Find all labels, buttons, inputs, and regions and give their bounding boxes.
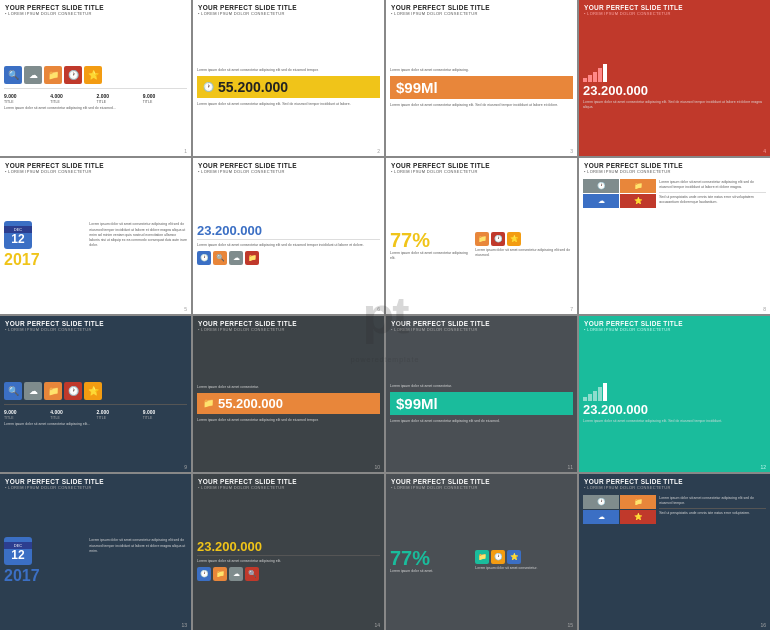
slide-15-left: 77% Lorem ipsum dolor sit amet. bbox=[390, 548, 472, 574]
slide-1-header: YOUR PERFECT SLIDE TITLE • LOREM IPSUM D… bbox=[0, 0, 191, 19]
dc1: 9.000TITLE bbox=[4, 93, 48, 105]
slide-7-text-right: Lorem ipsum dolor sit amet consectetur a… bbox=[475, 248, 573, 259]
slide-13-left: DEC 12 2017 bbox=[4, 537, 86, 585]
icon-folder: 📁 bbox=[44, 66, 62, 84]
slide-11-bar: $99Ml bbox=[390, 392, 573, 415]
tile16-3: ☁ bbox=[583, 510, 619, 524]
slide-6-text: Lorem ipsum dolor sit amet consectetur a… bbox=[197, 243, 380, 248]
slide-6-content: 23.200.000 Lorem ipsum dolor sit amet co… bbox=[193, 177, 384, 314]
slide-5-right: Lorem ipsum dolor sit amet consectetur a… bbox=[89, 221, 187, 269]
slide-5-cal: DEC 12 bbox=[4, 221, 32, 249]
icon-star: ⭐ bbox=[84, 66, 102, 84]
slide-10-text-bot: Lorem ipsum dolor sit amet consectetur a… bbox=[197, 418, 380, 423]
slide-2-bar: 🕐 55.200.000 bbox=[197, 76, 380, 98]
slide-8: YOUR PERFECT SLIDE TITLE • LOREM IPSUM D… bbox=[579, 158, 770, 314]
slide-14-header: YOUR PERFECT SLIDE TITLE • LOREM IPSUM D… bbox=[193, 474, 384, 493]
slide-1-icon-row: 🔍 ☁ 📁 🕐 ⭐ bbox=[4, 66, 187, 84]
icon9-5: ⭐ bbox=[84, 382, 102, 400]
slide-16-sub: • LOREM IPSUM DOLOR CONSECTETUR bbox=[584, 486, 765, 490]
slide-3-content: Lorem ipsum dolor sit amet consectetur a… bbox=[386, 19, 577, 156]
slide-8-text2: Sed ut perspiciatis unde omnis iste natu… bbox=[659, 195, 766, 206]
slide-14-text: Lorem ipsum dolor sit amet consectetur a… bbox=[197, 559, 380, 564]
slide-11-text-top: Lorem ipsum dolor sit amet consectetur. bbox=[390, 384, 573, 389]
icon15-2: 🕐 bbox=[491, 550, 505, 564]
slide-8-text-area: Lorem ipsum dolor sit amet consectetur a… bbox=[659, 179, 766, 312]
slide-11-text-bot: Lorem ipsum dolor sit amet consectetur a… bbox=[390, 419, 573, 424]
slide-4-chart bbox=[583, 64, 766, 82]
slide-16-title: YOUR PERFECT SLIDE TITLE bbox=[584, 478, 765, 485]
icon6-2: 🔍 bbox=[213, 251, 227, 265]
slide-1-content: 🔍 ☁ 📁 🕐 ⭐ 9.000TITLE 4.000TITLE 2.000TIT… bbox=[0, 19, 191, 156]
slide-7-right: 📁 🕐 ⭐ Lorem ipsum dolor sit amet consect… bbox=[475, 230, 573, 262]
slide-15-sub: • LOREM IPSUM DOLOR CONSECTETUR bbox=[391, 486, 572, 490]
slide-2-text-top: Lorem ipsum dolor sit amet consectetur a… bbox=[197, 68, 380, 73]
slide-5: YOUR PERFECT SLIDE TITLE • LOREM IPSUM D… bbox=[0, 158, 191, 314]
slide-5-header: YOUR PERFECT SLIDE TITLE • LOREM IPSUM D… bbox=[0, 158, 191, 177]
slide-12-content: 23.200.000 Lorem ipsum dolor sit amet co… bbox=[579, 335, 770, 472]
sep8 bbox=[659, 192, 766, 193]
icon9-3: 📁 bbox=[44, 382, 62, 400]
slide-8-title: YOUR PERFECT SLIDE TITLE bbox=[584, 162, 765, 169]
slide-14-icons: 🕐 📁 ☁ 🔍 bbox=[197, 567, 380, 581]
slide-16: YOUR PERFECT SLIDE TITLE • LOREM IPSUM D… bbox=[579, 474, 770, 630]
dc9-3: 2.000TITLE bbox=[97, 409, 141, 421]
slide-10-sub: • LOREM IPSUM DOLOR CONSECTETUR bbox=[198, 328, 379, 332]
slide-3-sub: • LOREM IPSUM DOLOR CONSECTETUR bbox=[391, 12, 572, 16]
icon14-3: ☁ bbox=[229, 567, 243, 581]
slide-4-sub: • LOREM IPSUM DOLOR CONSECTETUR bbox=[584, 12, 765, 16]
slide-1: YOUR PERFECT SLIDE TITLE • LOREM IPSUM D… bbox=[0, 0, 191, 156]
slide-8-content: 🕐 📁 ☁ ⭐ Lorem ipsum dolor sit amet conse… bbox=[579, 177, 770, 314]
slide-10-title: YOUR PERFECT SLIDE TITLE bbox=[198, 320, 379, 327]
slide-13-text: Lorem ipsum dolor sit amet consectetur a… bbox=[89, 538, 187, 554]
slide-3-bignum: $99Ml bbox=[396, 80, 438, 95]
slide-6-num: 6 bbox=[377, 306, 380, 312]
slide-7-header: YOUR PERFECT SLIDE TITLE • LOREM IPSUM D… bbox=[386, 158, 577, 177]
slide-16-tile-area: 🕐 📁 ☁ ⭐ bbox=[583, 495, 656, 628]
icon7-star: ⭐ bbox=[507, 232, 521, 246]
sep6 bbox=[197, 239, 380, 240]
slide-3-header: YOUR PERFECT SLIDE TITLE • LOREM IPSUM D… bbox=[386, 0, 577, 19]
slide-6-header: YOUR PERFECT SLIDE TITLE • LOREM IPSUM D… bbox=[193, 158, 384, 177]
slide-14-content: 23.200.000 Lorem ipsum dolor sit amet co… bbox=[193, 493, 384, 630]
slide-13-cal: DEC 12 bbox=[4, 537, 32, 565]
slide-8-header: YOUR PERFECT SLIDE TITLE • LOREM IPSUM D… bbox=[579, 158, 770, 177]
slide-5-year: 2017 bbox=[4, 251, 86, 269]
slide-9-text: Lorem ipsum dolor sit amet consectetur a… bbox=[4, 422, 187, 427]
icon7-folder: 📁 bbox=[475, 232, 489, 246]
slide-10-content: Lorem ipsum dolor sit amet consectetur. … bbox=[193, 335, 384, 472]
icon9-2: ☁ bbox=[24, 382, 42, 400]
dc9-4: 9.000TITLE bbox=[143, 409, 187, 421]
dc9-2: 4.000TITLE bbox=[50, 409, 94, 421]
slide-11: YOUR PERFECT SLIDE TITLE • LOREM IPSUM D… bbox=[386, 316, 577, 472]
icon14-1: 🕐 bbox=[197, 567, 211, 581]
slide-13-twocol: DEC 12 2017 Lorem ipsum dolor sit amet c… bbox=[4, 537, 187, 585]
slide-3-text-bot: Lorem ipsum dolor sit amet consectetur a… bbox=[390, 103, 573, 108]
slide-9-icon-row: 🔍 ☁ 📁 🕐 ⭐ bbox=[4, 382, 187, 400]
slide-10-text-top: Lorem ipsum dolor sit amet consectetur. bbox=[197, 385, 380, 390]
slide-8-tiles: 🕐 📁 ☁ ⭐ bbox=[583, 179, 656, 208]
slide-7-icons: 📁 🕐 ⭐ bbox=[475, 232, 573, 246]
slide-3-text-top: Lorem ipsum dolor sit amet consectetur a… bbox=[390, 68, 573, 73]
slide-14: YOUR PERFECT SLIDE TITLE • LOREM IPSUM D… bbox=[193, 474, 384, 630]
icon7-clock: 🕐 bbox=[491, 232, 505, 246]
slide-7-num: 7 bbox=[570, 306, 573, 312]
sep9 bbox=[4, 404, 187, 405]
slide-7-text-left: Lorem ipsum dolor sit amet consectetur a… bbox=[390, 251, 472, 262]
slide-7-title: YOUR PERFECT SLIDE TITLE bbox=[391, 162, 572, 169]
slide-4-title: YOUR PERFECT SLIDE TITLE bbox=[584, 4, 765, 11]
slide-16-num: 16 bbox=[760, 622, 766, 628]
slide-3-num: 3 bbox=[570, 148, 573, 154]
icon14-4: 🔍 bbox=[245, 567, 259, 581]
data-row-9: 9.000TITLE 4.000TITLE 2.000TITLE 9.000TI… bbox=[4, 409, 187, 421]
icon-cloud: ☁ bbox=[24, 66, 42, 84]
slide-12-header: YOUR PERFECT SLIDE TITLE • LOREM IPSUM D… bbox=[579, 316, 770, 335]
slide-15-content: 77% Lorem ipsum dolor sit amet. 📁 🕐 ⭐ Lo… bbox=[386, 493, 577, 630]
data-row-1: 9.000TITLE 4.000TITLE 2.000TITLE 9.000TI… bbox=[4, 93, 187, 105]
slide-10-bignum: 55.200.000 bbox=[218, 397, 283, 410]
slide-6-icons: 🕐 🔍 ☁ 📁 bbox=[197, 251, 380, 265]
slide-5-content: DEC 12 2017 Lorem ipsum dolor sit amet c… bbox=[0, 177, 191, 314]
slide-13-title: YOUR PERFECT SLIDE TITLE bbox=[5, 478, 186, 485]
icon6-1: 🕐 bbox=[197, 251, 211, 265]
slide-1-title: YOUR PERFECT SLIDE TITLE bbox=[5, 4, 186, 11]
slide-12-sub: • LOREM IPSUM DOLOR CONSECTETUR bbox=[584, 328, 765, 332]
